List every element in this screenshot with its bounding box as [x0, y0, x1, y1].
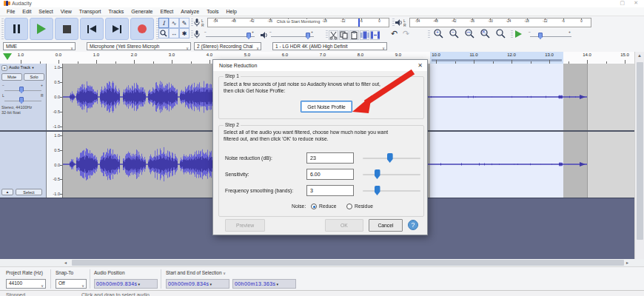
scroll-right-icon[interactable]: ▸	[626, 260, 628, 265]
pan-thumb[interactable]	[19, 97, 24, 104]
project-rate-dropdown[interactable]: 44100∨	[6, 279, 46, 289]
menu-tools[interactable]: Tools	[203, 9, 222, 14]
transport-grip[interactable]	[1, 18, 4, 40]
recording-device-dropdown[interactable]: Microphone (Yeti Stereo Microph∨	[87, 42, 191, 50]
collapse-button[interactable]: ▲	[1, 189, 13, 195]
noise-reduction-thumb[interactable]	[387, 153, 393, 163]
cut-button[interactable]	[329, 30, 338, 40]
undo-button[interactable]: ↶	[389, 29, 399, 38]
frequency-smoothing-input[interactable]: 3	[306, 185, 354, 196]
playback-meter[interactable]: -54-48-42-36-30-24-18-12-60	[409, 18, 591, 27]
recording-channels-dropdown[interactable]: 2 (Stereo) Recording Chai∨	[194, 42, 261, 50]
zoom-out-button[interactable]: −	[446, 29, 461, 38]
zoom-fit-button[interactable]: ⇱	[477, 29, 492, 38]
zoom-toggle-button[interactable]	[493, 29, 508, 38]
zoom-grip[interactable]	[428, 30, 430, 39]
track-close-button[interactable]: ×	[1, 65, 7, 71]
menu-analyze[interactable]: Analyze	[177, 9, 203, 14]
ruler-selection-bar[interactable]	[432, 59, 562, 61]
audio-position-field[interactable]: 00h00m09.834s▾	[94, 279, 158, 289]
vertical-scrollbar[interactable]: ▲	[634, 52, 644, 259]
solo-button[interactable]: Solo	[24, 73, 44, 81]
track-name[interactable]: Audio Track ▼	[9, 65, 35, 70]
menu-view[interactable]: View	[57, 9, 76, 14]
cancel-button[interactable]: Cancel	[369, 219, 403, 232]
track-select-button[interactable]: Select	[16, 189, 42, 195]
draw-tool-button[interactable]: ✎	[179, 18, 189, 28]
skip-to-start-button[interactable]	[80, 18, 104, 40]
vertical-scroll-thumb[interactable]	[637, 62, 643, 240]
ruler-selection[interactable]	[430, 52, 563, 64]
preview-button[interactable]: Preview	[225, 219, 265, 232]
svg-text:−: −	[452, 30, 455, 35]
multi-tool-button[interactable]: ✱	[179, 28, 189, 38]
playhead-pin-icon[interactable]	[3, 53, 12, 60]
help-button[interactable]: ?	[408, 220, 418, 230]
pause-button[interactable]	[4, 18, 28, 40]
meter-tickline	[472, 18, 473, 20]
play-meter-grip[interactable]	[392, 18, 395, 27]
sensitivity-input[interactable]: 6.00	[306, 169, 354, 180]
menu-select[interactable]: Select	[35, 9, 56, 14]
silence-audio-button[interactable]	[370, 30, 380, 40]
play-button[interactable]	[30, 18, 53, 40]
zoom-tool-button[interactable]	[158, 28, 169, 38]
scroll-up-icon[interactable]: ▲	[637, 53, 642, 58]
envelope-tool-button[interactable]: ∿	[169, 18, 179, 28]
gain-thumb[interactable]	[19, 87, 24, 93]
menu-help[interactable]: Help	[223, 9, 241, 14]
skip-to-end-button[interactable]	[105, 18, 129, 40]
timeshift-tool-button[interactable]: ↔	[169, 28, 179, 38]
trim-audio-button[interactable]	[360, 30, 369, 40]
audio-host-dropdown[interactable]: MME∨	[3, 42, 76, 50]
separator	[161, 269, 161, 289]
close-button[interactable]: ✕	[634, 0, 638, 6]
horizontal-scroll-thumb[interactable]	[72, 260, 624, 266]
selection-start-field[interactable]: 00h00m09.834s▾	[166, 279, 229, 289]
zoom-in-button[interactable]: +	[431, 29, 446, 38]
selection-end-field[interactable]: 00h00m13.363s▾	[232, 279, 296, 289]
reduce-radio[interactable]	[311, 204, 317, 209]
mute-button[interactable]: Mute	[1, 73, 22, 81]
mixer-grip[interactable]	[191, 30, 193, 39]
copy-button[interactable]	[339, 30, 349, 40]
recording-meter[interactable]: -54-48-42-36-30-24-18-12-60Click to Star…	[207, 18, 389, 27]
maximize-button[interactable]: ▢	[620, 0, 625, 6]
playback-device-dropdown[interactable]: 1 - LG HDR 4K (AMD High Definit∨	[272, 42, 387, 50]
menu-file[interactable]: File	[3, 9, 19, 14]
frequency-smoothing-thumb[interactable]	[375, 186, 380, 195]
rec-meter-grip[interactable]	[191, 18, 193, 27]
ruler-label-8.0: 8.0	[358, 53, 363, 57]
menu-generate[interactable]: Generate	[127, 9, 156, 14]
zoom-selection-button[interactable]: ⇿	[462, 29, 477, 38]
menu-tracks[interactable]: Tracks	[105, 9, 128, 14]
menu-effect[interactable]: Effect	[157, 9, 178, 14]
edit-grip[interactable]	[326, 30, 328, 39]
menu-edit[interactable]: Edit	[19, 9, 35, 14]
scale-tick	[60, 97, 62, 98]
residue-radio[interactable]	[346, 204, 352, 209]
noise-reduction-label: Noise reduction (dB):	[225, 155, 272, 161]
play-at-speed-button[interactable]	[514, 29, 523, 38]
stop-button[interactable]	[55, 18, 78, 40]
play-speed-slider[interactable]	[530, 36, 571, 37]
noise-reduction-input[interactable]: 23	[306, 152, 354, 164]
play-volume-thumb[interactable]	[306, 33, 310, 39]
pas-grip[interactable]	[511, 30, 513, 39]
record-button[interactable]	[130, 18, 154, 40]
ok-button[interactable]: OK	[325, 219, 363, 232]
paste-button[interactable]	[349, 30, 359, 40]
menu-transport[interactable]: Transport	[76, 9, 105, 14]
meter-monitor-text[interactable]: Click to Start Monitoring	[275, 19, 321, 24]
selection-mode-dropdown[interactable]: Start and End of Selection ∨	[166, 270, 226, 275]
frequency-smoothing-slider[interactable]	[363, 190, 420, 192]
snap-to-dropdown[interactable]: Off∨	[56, 279, 87, 289]
scroll-left-icon[interactable]: ◂	[64, 260, 67, 265]
sensitivity-thumb[interactable]	[375, 169, 380, 179]
rec-volume-thumb[interactable]	[246, 33, 251, 39]
sensitivity-slider[interactable]	[363, 174, 420, 175]
horizontal-scrollbar[interactable]: ◂ ▸	[0, 259, 644, 266]
play-speed-thumb[interactable]	[538, 33, 543, 39]
redo-button[interactable]: ↷	[401, 29, 411, 38]
selection-tool-button[interactable]: I	[158, 18, 169, 28]
